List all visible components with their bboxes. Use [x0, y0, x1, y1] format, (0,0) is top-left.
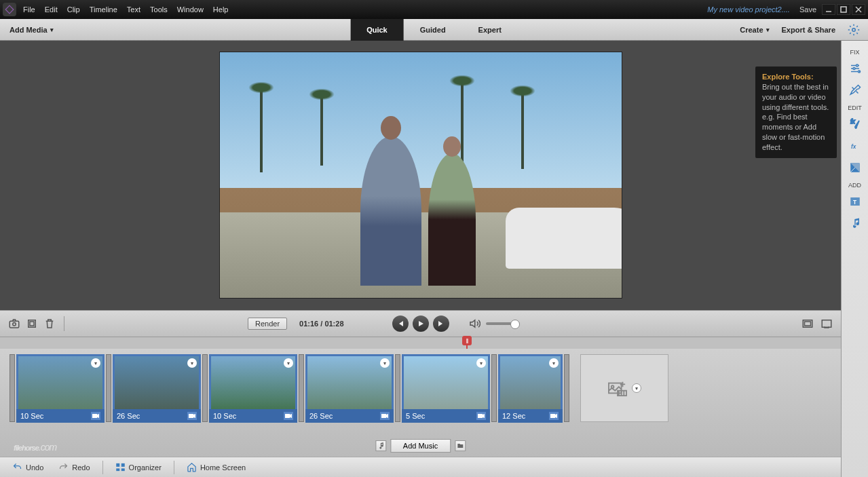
settings-icon[interactable]	[848, 24, 860, 36]
music-icon[interactable]	[845, 213, 865, 233]
svg-rect-6	[10, 321, 19, 328]
tools-icon[interactable]	[845, 80, 865, 100]
safe-margins-icon[interactable]	[801, 318, 814, 330]
svg-rect-2	[841, 7, 846, 12]
transition-handle[interactable]	[299, 354, 304, 422]
transport-controls	[392, 316, 449, 332]
svg-rect-24	[116, 469, 119, 472]
timeline: 10 Sec 26 Sec 10 Sec 26 Sec 5 Sec 12 Sec…	[0, 349, 841, 457]
tooltip-title: Explore Tools:	[762, 73, 814, 81]
fullscreen-icon[interactable]	[820, 318, 833, 330]
watermark: filehorse.com	[14, 434, 56, 455]
clip-3[interactable]: 10 Sec	[209, 354, 297, 422]
music-note-icon[interactable]	[375, 440, 386, 451]
home-screen-button[interactable]: Home Screen	[181, 460, 251, 474]
side-label-add: ADD	[848, 182, 861, 189]
video-preview[interactable]	[219, 52, 622, 299]
svg-rect-25	[121, 469, 124, 472]
clip-duration: 5 Sec	[406, 412, 425, 420]
menu-window[interactable]: Window	[177, 5, 204, 14]
transition-handle[interactable]	[395, 354, 400, 422]
svg-rect-18	[550, 414, 555, 418]
export-share-button[interactable]: Export & Share	[782, 26, 835, 34]
svg-text:fx: fx	[850, 119, 855, 125]
svg-point-7	[13, 322, 16, 326]
tab-quick[interactable]: Quick	[350, 19, 404, 41]
transition-handle[interactable]	[10, 354, 15, 422]
tab-expert[interactable]: Expert	[462, 19, 518, 41]
add-music-button[interactable]: Add Music	[390, 439, 451, 453]
clip-6[interactable]: 12 Sec	[498, 354, 563, 422]
menu-tools[interactable]: Tools	[150, 5, 168, 14]
clip-4[interactable]: 26 Sec	[305, 354, 394, 422]
svg-rect-22	[116, 463, 119, 467]
render-button[interactable]: Render	[248, 318, 287, 330]
controls-bar: Render 01:16 / 01:28	[0, 310, 841, 337]
svg-rect-14	[189, 414, 193, 418]
side-panel: FIX EDIT fx fx ADD T	[841, 41, 868, 477]
clip-5[interactable]: 5 Sec	[402, 354, 490, 422]
app-logo	[3, 3, 16, 16]
clip-duration: 26 Sec	[309, 412, 333, 420]
organizer-button[interactable]: Organizer	[110, 460, 167, 474]
add-media-button[interactable]: Add Media	[0, 26, 63, 34]
svg-point-5	[852, 28, 856, 31]
tooltip-body: Bring out the best in your audio or vide…	[762, 83, 829, 151]
svg-marker-0	[5, 5, 14, 14]
side-label-fix: FIX	[850, 49, 859, 56]
tab-guided[interactable]: Guided	[404, 19, 462, 41]
effects-brush-icon[interactable]: fx	[845, 114, 865, 134]
mode-tabs: Quick Guided Expert	[350, 19, 518, 41]
titles-icon[interactable]: T	[845, 191, 865, 212]
close-button[interactable]	[852, 4, 865, 15]
create-button[interactable]: Create	[740, 26, 769, 34]
clip-duration: 10 Sec	[20, 412, 43, 420]
menu-clip[interactable]: Clip	[67, 5, 80, 14]
titlebar: File Edit Clip Timeline Text Tools Windo…	[0, 0, 868, 19]
timecode: 01:16 / 01:28	[299, 320, 343, 328]
undo-button[interactable]: Undo	[7, 460, 49, 474]
menu-text[interactable]: Text	[127, 5, 140, 14]
minimize-button[interactable]	[822, 4, 835, 15]
add-clip-menu-icon[interactable]	[632, 383, 641, 393]
menu-file[interactable]: File	[23, 5, 35, 14]
window-controls	[822, 4, 865, 15]
transition-handle[interactable]	[491, 354, 497, 422]
save-button[interactable]: Save	[799, 5, 816, 14]
transition-handle[interactable]	[564, 354, 569, 422]
clip-2[interactable]: 26 Sec	[113, 354, 201, 422]
preview-pane	[0, 41, 841, 310]
browse-folder-icon[interactable]	[455, 440, 466, 451]
svg-text:fx: fx	[851, 144, 856, 150]
menu-bar: File Edit Clip Timeline Text Tools Windo…	[23, 5, 228, 14]
transition-handle[interactable]	[202, 354, 208, 422]
clip-duration: 12 Sec	[502, 412, 525, 420]
svg-rect-17	[478, 414, 483, 418]
svg-point-26	[856, 64, 858, 66]
play-button[interactable]	[413, 316, 429, 332]
add-media-icon	[607, 379, 628, 397]
menu-edit[interactable]: Edit	[45, 5, 58, 14]
fx-icon[interactable]: fx	[845, 136, 865, 156]
transition-handle[interactable]	[106, 354, 111, 422]
playhead-track[interactable]: |||	[0, 337, 841, 349]
svg-text:T: T	[853, 199, 856, 206]
volume-icon[interactable]	[468, 318, 480, 330]
next-button[interactable]	[433, 316, 449, 332]
redo-button[interactable]: Redo	[53, 460, 95, 474]
maximize-button[interactable]	[837, 4, 850, 15]
snapshot-icon[interactable]	[8, 318, 20, 330]
volume-slider[interactable]	[486, 322, 520, 325]
clip-1[interactable]: 10 Sec	[16, 354, 105, 422]
playhead[interactable]: |||	[462, 336, 472, 345]
color-icon[interactable]	[845, 157, 865, 178]
add-clip-placeholder[interactable]	[580, 354, 668, 422]
adjust-icon[interactable]	[845, 58, 865, 79]
menu-timeline[interactable]: Timeline	[90, 5, 117, 14]
crop-icon[interactable]	[26, 318, 38, 330]
prev-button[interactable]	[392, 316, 409, 332]
clip-duration: 10 Sec	[213, 412, 236, 420]
svg-rect-15	[285, 414, 290, 418]
delete-icon[interactable]	[43, 318, 56, 330]
menu-help[interactable]: Help	[213, 5, 229, 14]
